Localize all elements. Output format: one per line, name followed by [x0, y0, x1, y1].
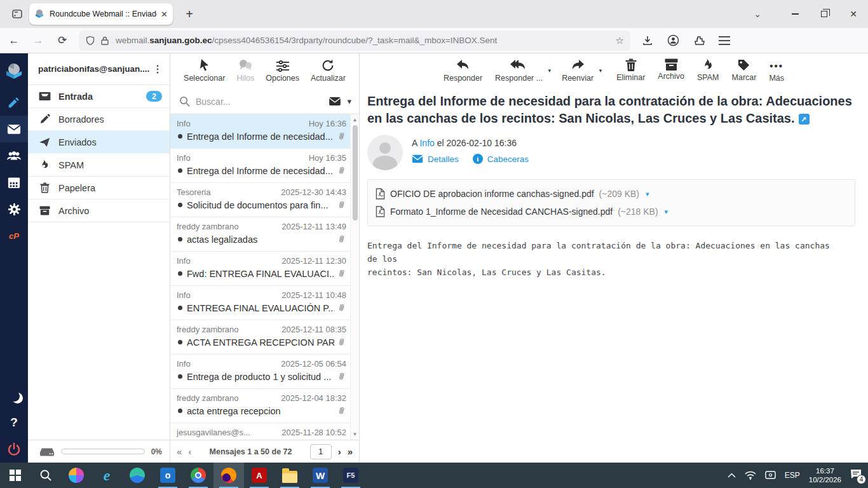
mail-nav-button[interactable] [0, 116, 28, 142]
search-options-chevron-icon[interactable]: ▾ [347, 97, 351, 106]
refresh-button[interactable]: Actualizar [311, 58, 346, 83]
taskbar-clock[interactable]: 16:37 10/2/2026 [809, 466, 841, 484]
start-button[interactable] [0, 463, 31, 488]
taskbar-ie-button[interactable]: e [92, 463, 122, 488]
folder-enviados[interactable]: Enviados [28, 131, 170, 154]
next-page-icon[interactable]: › [338, 446, 341, 457]
account-icon[interactable] [667, 34, 679, 46]
attachment-row[interactable]: Formato 1_Informe de Necesidad CANCHAS-s… [376, 203, 847, 220]
spam-button[interactable]: SPAM [697, 58, 719, 82]
forward-button: → [28, 30, 48, 51]
open-in-new-window-icon[interactable]: ➚ [799, 114, 810, 125]
scroll-thumb[interactable] [353, 125, 358, 220]
dark-mode-toggle[interactable] [0, 383, 28, 409]
notification-center-button[interactable]: 4 [850, 469, 862, 482]
recipient-link[interactable]: Info [419, 138, 434, 148]
menu-hamburger-icon[interactable] [719, 36, 730, 45]
attachment-menu-icon[interactable]: ▾ [665, 208, 668, 216]
taskbar-outlook-button[interactable]: o [153, 463, 183, 488]
delete-button[interactable]: Eliminar [616, 58, 645, 82]
cpanel-icon[interactable]: cP [0, 222, 28, 249]
lock-icon[interactable] [100, 36, 109, 46]
taskbar-chrome-button[interactable] [183, 463, 214, 488]
message-row[interactable]: InfoHoy 16:36 Entrega del Informe de nec… [170, 114, 350, 149]
tab-list-chevron-icon[interactable]: ⌄ [754, 9, 761, 19]
search-bar[interactable]: Buscar... ▾ [170, 89, 359, 114]
threads-button: Hilos [236, 58, 254, 83]
taskbar-f5-button[interactable]: F5 [336, 463, 366, 488]
url-bar[interactable]: webmail.sanjuan.gob.ec/cpsess4046536154/… [79, 30, 630, 51]
prev-page-icon[interactable]: ‹ [188, 446, 191, 457]
roundcube-logo[interactable] [0, 53, 28, 89]
bookmark-star-icon[interactable]: ☆ [616, 35, 624, 46]
window-close-button[interactable]: ✕ [839, 0, 868, 28]
message-row[interactable]: Info2025-12-11 12:30 Fwd: ENTREGA FINAL … [170, 252, 350, 286]
taskbar-edge-button[interactable] [122, 463, 153, 488]
first-page-icon[interactable]: « [177, 446, 182, 457]
wifi-icon[interactable] [745, 471, 756, 480]
window-restore-button[interactable] [810, 0, 839, 28]
language-indicator[interactable]: ESP [785, 471, 800, 480]
display-tray-icon[interactable] [765, 471, 776, 480]
taskbar-explorer-button[interactable] [275, 463, 305, 488]
message-list-panel: Seleccionar Hilos Opciones Actualizar Bu… [170, 53, 360, 463]
downloads-icon[interactable] [642, 35, 653, 46]
folder-archivo[interactable]: Archivo [28, 200, 170, 222]
list-scrollbar[interactable]: ▲ ▼ [350, 114, 359, 440]
headers-toggle[interactable]: i Cabeceras [473, 154, 529, 164]
back-button[interactable]: ← [4, 30, 24, 51]
reply-all-dropdown-icon[interactable]: ▾ [548, 67, 552, 74]
account-header[interactable]: patriciabonifas@sanjuan.... ⋮ [28, 53, 170, 85]
options-button[interactable]: Opciones [266, 58, 299, 83]
taskbar-firefox-button[interactable] [214, 463, 244, 488]
mark-button[interactable]: Marcar [732, 58, 757, 82]
folder-spam[interactable]: SPAM [28, 154, 170, 177]
window-minimize-button[interactable] [780, 0, 810, 28]
scroll-down-icon[interactable]: ▼ [353, 429, 358, 440]
firefox-view-icon[interactable] [8, 6, 27, 22]
help-button[interactable]: ? [0, 409, 28, 436]
logout-button[interactable] [0, 436, 28, 463]
forward-button[interactable]: Reenviar ▾ [562, 58, 593, 83]
scroll-up-icon[interactable]: ▲ [353, 114, 358, 125]
message-row[interactable]: freddy zambrano2025-12-11 08:35 ACTA ENT… [170, 320, 350, 355]
extensions-icon[interactable] [693, 35, 705, 46]
contacts-nav-button[interactable] [0, 142, 28, 169]
page-number-input[interactable]: 1 [310, 444, 332, 459]
taskbar-copilot-button[interactable] [61, 463, 92, 488]
attachment-row[interactable]: OFICIO DE aprobacion informe canchas-sig… [376, 185, 847, 203]
message-row[interactable]: Tesoreria2025-12-30 14:43 Solicitud de d… [170, 183, 350, 217]
message-row[interactable]: freddy zambrano2025-12-11 13:49 actas le… [170, 217, 350, 252]
message-row[interactable]: Info2025-12-11 10:48 ENTREGA FINAL EVALU… [170, 286, 350, 320]
tray-chevron-icon[interactable] [728, 473, 736, 478]
folder-entrada[interactable]: Entrada 2 [28, 85, 170, 108]
calendar-nav-button[interactable] [0, 169, 28, 196]
message-row[interactable]: freddy zambrano2025-12-04 18:32 acta ent… [170, 389, 350, 423]
archive-button[interactable]: Archivo [658, 58, 684, 81]
folder-borradores[interactable]: Borradores [28, 108, 170, 131]
taskbar-search-button[interactable] [31, 463, 61, 488]
message-row[interactable]: Info2025-12-05 06:54 Entrega de producto… [170, 355, 350, 389]
account-menu-icon[interactable]: ⋮ [153, 63, 163, 75]
select-button[interactable]: Seleccionar [184, 58, 225, 83]
taskbar-acrobat-button[interactable]: A [244, 463, 275, 488]
details-toggle[interactable]: Detalles [412, 154, 459, 164]
forward-dropdown-icon[interactable]: ▾ [599, 67, 602, 74]
reply-all-button[interactable]: Responder ... ▾ [495, 58, 543, 83]
folder-papelera[interactable]: Papelera [28, 177, 170, 200]
tab-close-icon[interactable]: ✕ [161, 10, 168, 19]
reload-button[interactable]: ⟳ [52, 30, 72, 51]
shield-icon[interactable] [85, 36, 95, 46]
search-scope-envelope-icon[interactable] [329, 97, 341, 106]
settings-nav-button[interactable] [0, 196, 28, 222]
message-row[interactable]: InfoHoy 16:35 Entrega del Informe de nec… [170, 149, 350, 183]
more-button[interactable]: ••• Más [769, 58, 784, 83]
browser-tab[interactable]: Roundcube Webmail :: Enviados ✕ [29, 3, 173, 25]
message-row[interactable]: jesusgavilanes@s...2025-11-28 10:52 [170, 423, 350, 440]
attachment-menu-icon[interactable]: ▾ [646, 190, 649, 198]
new-tab-button[interactable]: + [180, 7, 198, 22]
compose-button[interactable] [0, 89, 28, 116]
taskbar-word-button[interactable]: W [305, 463, 336, 488]
reply-button[interactable]: Responder [444, 58, 482, 83]
last-page-icon[interactable]: » [348, 446, 353, 457]
